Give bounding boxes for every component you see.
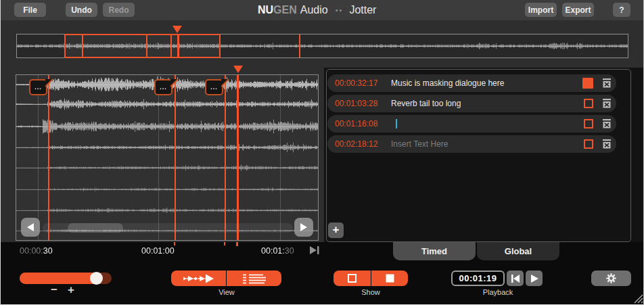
export-button[interactable]: Export: [562, 3, 594, 17]
note-timestamp[interactable]: 00:00:32:17: [335, 78, 386, 88]
bubble-tail-icon: [45, 79, 53, 87]
jotter-window: File Undo Redo NUGEN Audio •• Jotter Imp…: [0, 0, 644, 305]
note-text-input[interactable]: Reverb tail too long: [391, 99, 461, 108]
waveform-view[interactable]: ... ... ...: [16, 74, 319, 241]
delete-note-button[interactable]: [600, 137, 614, 151]
note-text-input[interactable]: Insert Text Here: [391, 139, 448, 149]
note-text-input[interactable]: Music is masking dialogue here: [391, 78, 504, 88]
bubble-tail-icon: [170, 79, 179, 87]
skip-to-start-button[interactable]: [507, 271, 524, 286]
overview-note-marker[interactable]: [146, 34, 147, 57]
scrollbar-thumb[interactable]: [68, 223, 123, 233]
overview-playhead-line[interactable]: [177, 34, 179, 57]
main-playhead-triangle[interactable]: [233, 66, 243, 73]
timeline-label: 00:01:00: [141, 246, 175, 256]
file-button[interactable]: File: [14, 3, 46, 17]
scroll-left-button[interactable]: [21, 218, 40, 237]
import-button[interactable]: Import: [525, 3, 557, 17]
play-icon: [530, 274, 539, 283]
zoom-in-button[interactable]: +: [68, 283, 74, 297]
marker-tick: [174, 242, 175, 245]
note-row[interactable]: 00:01:16:08: [327, 115, 616, 133]
note-row[interactable]: 00:02:18:12Insert Text Here: [327, 135, 616, 153]
overview-note-marker[interactable]: [299, 34, 300, 57]
bubble-dots-icon: ...: [34, 84, 42, 91]
note-timestamp[interactable]: 00:01:16:08: [335, 119, 386, 128]
note-marker-line[interactable]: [48, 75, 49, 240]
playhead-line[interactable]: [237, 75, 239, 240]
overview-playhead-triangle[interactable]: [172, 26, 182, 33]
timeline-label: 00:00:30: [20, 246, 53, 256]
delete-note-button[interactable]: [600, 76, 614, 90]
overview-note-marker[interactable]: [82, 34, 83, 57]
skip-end-icon: [309, 245, 321, 256]
note-row[interactable]: 00:00:32:17Music is masking dialogue her…: [327, 74, 616, 92]
note-bubble[interactable]: ...: [154, 79, 172, 95]
play-button[interactable]: [526, 271, 543, 286]
delete-note-button[interactable]: [600, 117, 614, 131]
overview-view-region[interactable]: [64, 34, 221, 58]
delete-icon: [601, 118, 613, 130]
tab-timed[interactable]: Timed: [393, 242, 476, 260]
zoom-slider-thumb[interactable]: [90, 272, 103, 285]
overview-strip[interactable]: [16, 34, 628, 58]
note-bubble[interactable]: ...: [29, 79, 47, 95]
multitrack-waveform: [16, 75, 318, 240]
brand-audio: Audio: [300, 4, 328, 16]
add-note-button[interactable]: +: [328, 222, 344, 238]
show-group-label: Show: [361, 288, 380, 296]
note-timestamp[interactable]: 00:02:18:12: [335, 139, 386, 149]
brand-nu: NU: [258, 4, 273, 16]
note-marker-line[interactable]: [175, 75, 176, 240]
view-waveform-button[interactable]: [171, 271, 226, 286]
settings-button[interactable]: [591, 271, 631, 286]
horizontal-scrollbar[interactable]: [43, 223, 293, 233]
bubble-dots-icon: ...: [160, 84, 167, 91]
filled-square-icon: [385, 273, 395, 283]
note-checkbox[interactable]: [584, 99, 593, 108]
zoom-slider-fill: [20, 273, 95, 284]
note-timestamp[interactable]: 00:01:03:28: [335, 99, 386, 108]
left-triangle-icon: [26, 222, 34, 232]
zoom-slider[interactable]: [20, 273, 112, 284]
bubble-tail-icon: [221, 79, 229, 87]
text-cursor: [396, 119, 397, 128]
marker-tick: [224, 242, 225, 245]
delete-note-button[interactable]: [600, 97, 614, 110]
scroll-right-button[interactable]: [294, 218, 313, 237]
note-checkbox[interactable]: [584, 139, 593, 149]
show-filled-markers-button[interactable]: [371, 271, 408, 286]
notes-panel: 00:00:32:17Music is masking dialogue her…: [326, 69, 631, 242]
view-group-label: View: [218, 288, 235, 296]
view-list-button[interactable]: [227, 271, 281, 286]
tab-global[interactable]: Global: [477, 242, 559, 260]
brand-dots-icon: ••: [336, 6, 344, 14]
resize-grip[interactable]: [631, 291, 643, 304]
note-checkbox[interactable]: [582, 78, 593, 89]
overview-note-marker[interactable]: [170, 34, 172, 57]
help-button[interactable]: ?: [613, 3, 630, 17]
note-marker-line[interactable]: [225, 75, 226, 240]
undo-button[interactable]: Undo: [66, 3, 97, 17]
show-empty-markers-button[interactable]: [334, 271, 371, 286]
redo-button[interactable]: Redo: [103, 3, 135, 17]
gear-icon: [605, 273, 617, 284]
playhead-tick: [236, 242, 238, 246]
note-bubble[interactable]: ...: [205, 79, 223, 95]
delete-icon: [601, 97, 613, 110]
playback-time-display[interactable]: 00:01:19: [451, 271, 505, 286]
brand-gen: GEN: [273, 4, 297, 16]
skip-to-end-button[interactable]: [309, 245, 321, 258]
empty-square-icon: [347, 273, 357, 283]
list-view-icon: [242, 273, 267, 284]
note-row[interactable]: 00:01:03:28Reverb tail too long: [327, 95, 616, 112]
skip-start-icon: [510, 274, 521, 283]
note-checkbox[interactable]: [584, 119, 593, 128]
timeline-label: 00:01:30: [261, 246, 294, 256]
brand-logo: NUGEN Audio •• Jotter: [258, 2, 376, 18]
right-triangle-icon: [300, 222, 308, 232]
zoom-out-button[interactable]: −: [51, 283, 58, 297]
waveform-view-icon: [183, 274, 214, 283]
delete-icon: [601, 77, 613, 89]
product-name: Jotter: [349, 4, 376, 16]
